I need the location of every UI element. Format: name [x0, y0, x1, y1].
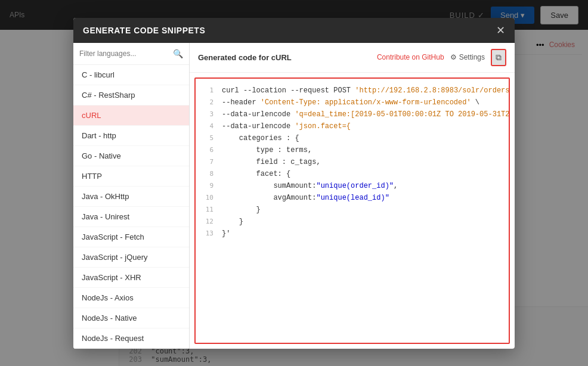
lang-item-curl[interactable]: cURL	[73, 106, 189, 126]
lang-item-js-jquery[interactable]: JavaScript - jQuery	[73, 247, 189, 268]
code-panel-title: Generated code for cURL	[198, 53, 371, 62]
code-line: 12 }	[196, 216, 509, 228]
lang-item-js-xhr[interactable]: JavaScript - XHR	[73, 268, 189, 288]
code-line: 5 categories : {	[196, 132, 509, 144]
copy-code-button[interactable]: ⧉	[491, 49, 506, 66]
search-icon: 🔍	[173, 49, 183, 58]
lang-item-java-unirest[interactable]: Java - Unirest	[73, 207, 189, 227]
line-number: 6	[199, 146, 213, 154]
code-line: 13}'	[196, 228, 509, 240]
line-number: 4	[199, 122, 213, 130]
line-content: --data-urlencode 'json.facet={	[222, 121, 351, 132]
code-line: 1curl --location --request POST 'http://…	[196, 85, 509, 97]
lang-item-js-fetch[interactable]: JavaScript - Fetch	[73, 227, 189, 247]
line-content: facet: {	[222, 169, 290, 179]
code-line: 8 facet: {	[196, 168, 509, 180]
language-list: C - libcurlC# - RestSharpcURLDart - http…	[73, 65, 189, 349]
line-content: categories : {	[222, 133, 299, 144]
line-number: 10	[199, 194, 213, 201]
lang-item-go-native[interactable]: Go - Native	[73, 146, 189, 166]
code-panel: Generated code for cURL Contribute on Gi…	[190, 43, 515, 349]
code-line: 10 avgAmount:"unique(lead_id)"	[196, 192, 509, 204]
line-content: }'	[222, 228, 230, 239]
line-content: --data-urlencode 'q=deal_time:[2019-05-0…	[222, 109, 510, 120]
line-number: 8	[199, 170, 213, 178]
modal-title: GENERATE CODE SNIPPETS	[83, 26, 205, 35]
lang-item-nodejs-request[interactable]: NodeJs - Request	[73, 328, 189, 349]
code-area: 1curl --location --request POST 'http://…	[194, 77, 510, 344]
modal-overlay[interactable]: GENERATE CODE SNIPPETS ✕ 🔍 C - libcurlC#…	[0, 0, 588, 366]
code-line: 4--data-urlencode 'json.facet={	[196, 120, 509, 132]
modal-dialog: GENERATE CODE SNIPPETS ✕ 🔍 C - libcurlC#…	[73, 18, 515, 349]
modal-header: GENERATE CODE SNIPPETS ✕	[73, 18, 515, 43]
language-search-bar: 🔍	[73, 43, 189, 65]
lang-item-dart-http[interactable]: Dart - http	[73, 126, 189, 146]
lang-item-c-libcurl[interactable]: C - libcurl	[73, 65, 189, 85]
contribute-link[interactable]: Contribute on GitHub	[377, 53, 444, 61]
line-content: avgAmount:"unique(lead_id)"	[222, 193, 389, 203]
line-number: 3	[199, 110, 213, 118]
language-search-input[interactable]	[79, 49, 169, 58]
lang-item-http[interactable]: HTTP	[73, 166, 189, 187]
code-line: 6 type : terms,	[196, 144, 509, 156]
code-line: 9 sumAmount:"unique(order_id)",	[196, 180, 509, 192]
code-line: 11 }	[196, 204, 509, 216]
line-content: curl --location --request POST 'http://1…	[222, 85, 510, 96]
settings-button[interactable]: ⚙ Settings	[450, 53, 485, 61]
line-content: }	[222, 204, 261, 215]
settings-label: Settings	[459, 53, 485, 61]
lang-item-csharp-restsharp[interactable]: C# - RestSharp	[73, 85, 189, 106]
line-content: field : c_tags,	[222, 157, 321, 168]
line-number: 11	[199, 206, 213, 213]
language-panel: 🔍 C - libcurlC# - RestSharpcURLDart - ht…	[73, 43, 190, 349]
line-content: type : terms,	[222, 145, 312, 156]
line-number: 9	[199, 182, 213, 190]
lang-item-java-okhttp[interactable]: Java - OkHttp	[73, 187, 189, 207]
gear-icon: ⚙	[450, 53, 457, 61]
line-content: --header 'Content-Type: application/x-ww…	[222, 97, 479, 108]
code-line: 3--data-urlencode 'q=deal_time:[2019-05-…	[196, 108, 509, 120]
code-line: 7 field : c_tags,	[196, 156, 509, 168]
line-content: }	[222, 216, 243, 227]
modal-body: 🔍 C - libcurlC# - RestSharpcURLDart - ht…	[73, 43, 515, 349]
line-content: sumAmount:"unique(order_id)",	[222, 181, 398, 191]
line-number: 13	[199, 229, 213, 237]
line-number: 7	[199, 158, 213, 166]
line-number: 12	[199, 218, 213, 225]
copy-icon: ⧉	[496, 52, 502, 63]
code-line: 2--header 'Content-Type: application/x-w…	[196, 97, 509, 108]
lang-item-nodejs-axios[interactable]: NodeJs - Axios	[73, 288, 189, 308]
code-panel-header: Generated code for cURL Contribute on Gi…	[190, 43, 515, 73]
modal-close-button[interactable]: ✕	[496, 25, 505, 36]
lang-item-nodejs-native[interactable]: NodeJs - Native	[73, 308, 189, 328]
line-number: 1	[199, 86, 213, 94]
line-number: 2	[199, 98, 213, 106]
line-number: 5	[199, 134, 213, 142]
